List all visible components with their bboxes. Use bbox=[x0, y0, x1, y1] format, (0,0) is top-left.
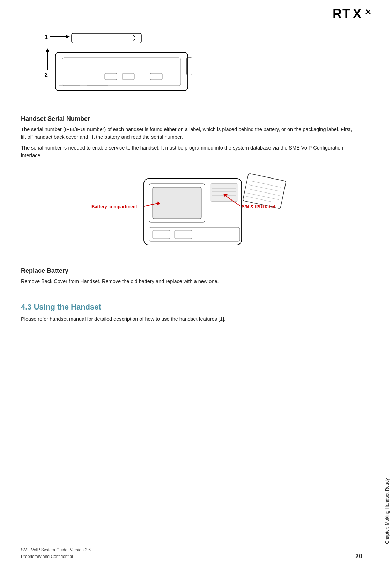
svg-text:2: 2 bbox=[45, 72, 48, 78]
chapter-side-label: Chapter: Making Handset Ready bbox=[384, 476, 392, 546]
footer: SME VoIP System Guide, Version 2.6 Propr… bbox=[21, 547, 91, 560]
replace-battery-para: Remove Back Cover from Handset. Remove t… bbox=[21, 277, 353, 285]
svg-rect-29 bbox=[243, 173, 286, 209]
svg-rect-35 bbox=[149, 227, 240, 241]
section-number: 4.3 bbox=[21, 303, 32, 311]
svg-rect-37 bbox=[175, 230, 192, 239]
svg-rect-8 bbox=[72, 33, 141, 43]
svg-rect-25 bbox=[210, 184, 238, 201]
svg-rect-12 bbox=[55, 52, 188, 91]
page-number: 20 bbox=[354, 551, 364, 560]
svg-text:R: R bbox=[333, 7, 342, 20]
handset-serial-number-section: Handset Serial Number The serial number … bbox=[21, 115, 371, 160]
handset-serial-number-heading: Handset Serial Number bbox=[21, 115, 371, 123]
svg-marker-7 bbox=[66, 35, 70, 38]
side-label-text: Chapter: Making Handset Ready bbox=[384, 478, 390, 544]
svg-line-32 bbox=[248, 189, 279, 196]
battery-compartment-label: Battery compartment bbox=[91, 204, 137, 209]
middle-diagram-svg: Battery compartment S/N & IPUI label bbox=[88, 168, 304, 259]
replace-battery-section: Replace Battery Remove Back Cover from H… bbox=[21, 267, 371, 285]
svg-rect-24 bbox=[153, 187, 201, 219]
footer-line2: Proprietary and Confidential bbox=[21, 553, 91, 560]
svg-line-33 bbox=[247, 193, 279, 199]
svg-text:X: X bbox=[353, 7, 361, 20]
svg-rect-36 bbox=[153, 230, 170, 239]
svg-line-30 bbox=[250, 181, 281, 187]
footer-line1: SME VoIP System Guide, Version 2.6 bbox=[21, 547, 91, 553]
top-diagram-area: 1 2 bbox=[21, 31, 371, 105]
section-43: 4.3 Using the Handset Please refer hands… bbox=[21, 303, 371, 323]
section-43-heading: Using the Handset bbox=[34, 303, 101, 311]
serial-number-para1: The serial number (IPEI/IPUI number) of … bbox=[21, 125, 353, 141]
using-handset-para: Please refer handset manual for detailed… bbox=[21, 315, 353, 323]
sn-ipui-label: S/N & IPUI label bbox=[242, 204, 275, 209]
replace-battery-heading: Replace Battery bbox=[21, 267, 371, 275]
rtx-logo-area: R T X bbox=[333, 7, 375, 21]
svg-marker-11 bbox=[46, 48, 49, 52]
top-diagram-svg: 1 2 bbox=[42, 31, 223, 105]
svg-line-31 bbox=[249, 185, 280, 191]
rtx-logo: R T X bbox=[333, 7, 371, 20]
svg-text:1: 1 bbox=[45, 34, 48, 40]
page: R T X 1 2 bbox=[0, 0, 392, 567]
svg-rect-16 bbox=[150, 73, 162, 80]
svg-rect-13 bbox=[62, 58, 181, 86]
section-43-title: 4.3 Using the Handset bbox=[21, 303, 371, 312]
svg-text:T: T bbox=[342, 7, 350, 20]
svg-rect-15 bbox=[122, 73, 134, 80]
svg-rect-14 bbox=[105, 73, 117, 80]
serial-number-para2: The serial number is needed to enable se… bbox=[21, 144, 353, 160]
middle-diagram-area: Battery compartment S/N & IPUI label bbox=[21, 168, 371, 259]
